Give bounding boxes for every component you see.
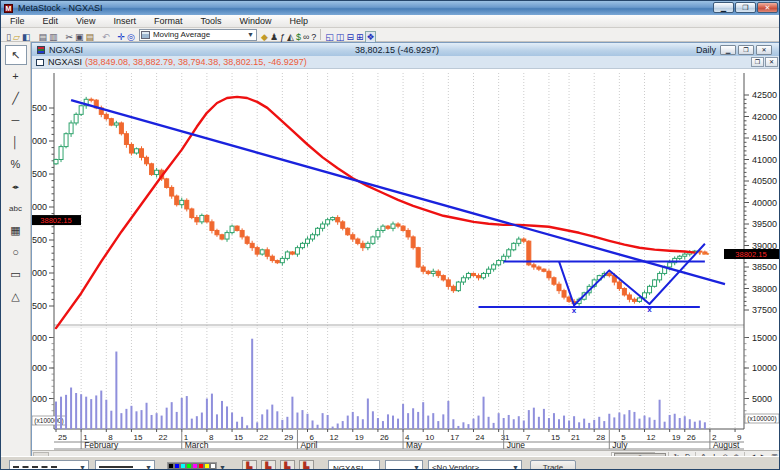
candle-body: [542, 269, 546, 271]
volume-bar: [412, 408, 414, 429]
menu-item-insert[interactable]: Insert: [104, 16, 145, 26]
right-axis-label: 39000: [752, 241, 777, 251]
volume-bar: [508, 415, 510, 429]
menu-item-help[interactable]: Help: [280, 16, 317, 26]
color-palette[interactable]: [167, 462, 217, 470]
undo-icon[interactable]: ↶: [102, 32, 110, 42]
vendor-combo[interactable]: <No Vendor> ▼: [428, 460, 522, 470]
color-swatch[interactable]: [210, 463, 216, 469]
volume-bar: [181, 398, 183, 429]
candle-body: [648, 286, 652, 292]
maximize-button[interactable]: ❐: [735, 2, 756, 13]
volume-bar: [171, 402, 173, 429]
title-bar[interactable]: M MetaStock - NGXASI ▁ ❐ ✕: [1, 1, 780, 15]
print-preview-icon[interactable]: ▥: [49, 32, 58, 42]
percent-retrace-tool[interactable]: %: [5, 155, 27, 175]
indicator-fx-icon[interactable]: ƒ: [280, 32, 285, 42]
point-figure-type-icon[interactable]: ▙: [299, 460, 314, 470]
right-axis-label: 38500: [752, 262, 777, 272]
grid-tool[interactable]: ▦: [5, 221, 27, 241]
expert-advisor-icon[interactable]: ♟: [270, 32, 278, 42]
legend-close-button[interactable]: ✕: [765, 57, 778, 67]
candle-chart-type-icon[interactable]: ▙: [261, 460, 276, 470]
arrange-special-icon[interactable]: ❖: [365, 31, 375, 43]
combo-dropdown-arrow[interactable]: ▼: [247, 31, 256, 38]
candle-body: [471, 273, 475, 275]
x-axis-date-label: 28: [596, 433, 605, 442]
line-style-combo[interactable]: ▼: [9, 460, 89, 470]
open-folder-icon[interactable]: ▱: [13, 32, 20, 42]
cut-icon[interactable]: ✂: [65, 32, 73, 42]
candle-body: [300, 243, 304, 247]
palette-dropdown-arrow[interactable]: ▼: [219, 464, 226, 470]
save-icon[interactable]: ◧: [22, 32, 31, 42]
pointer-move-icon[interactable]: ✛: [118, 32, 126, 42]
zoom-camera-icon[interactable]: ◎: [127, 32, 135, 42]
volume-bar: [472, 419, 474, 429]
trendline-tool[interactable]: ╱: [5, 89, 27, 109]
crosshair-tool[interactable]: +: [5, 67, 27, 87]
symbol-input[interactable]: [328, 460, 380, 470]
rectangle-tool[interactable]: ▭: [5, 265, 27, 285]
legend-restore-button[interactable]: ❐: [751, 57, 764, 67]
select-arrow-tool[interactable]: ↖: [5, 45, 27, 65]
tile-grid-icon[interactable]: ⊞: [356, 32, 364, 42]
volume-bar: [382, 421, 384, 429]
menu-item-window[interactable]: Window: [230, 16, 280, 26]
ink-jar-icon[interactable]: ◆: [261, 32, 268, 42]
chart-restore-button[interactable]: ❐: [738, 45, 754, 55]
volume-bar: [689, 419, 691, 429]
empty-combo[interactable]: ▼: [385, 460, 423, 470]
candle-body: [441, 276, 445, 280]
close-button[interactable]: ✕: [757, 2, 778, 13]
menu-item-view[interactable]: View: [67, 16, 104, 26]
ellipse-tool[interactable]: ○: [5, 243, 27, 263]
indicator-quicklist-combo[interactable]: Moving Average ▼: [139, 29, 257, 41]
new-document-icon[interactable]: ▯: [6, 32, 11, 42]
copy-icon[interactable]: ▣: [75, 32, 84, 42]
volume-bar: [201, 413, 203, 429]
tile-horizontal-icon[interactable]: ⊟: [346, 32, 354, 42]
print-icon[interactable]: ▤: [38, 32, 47, 42]
trade-button[interactable]: Trade: [530, 460, 576, 470]
line-width-combo[interactable]: ▼: [95, 460, 155, 470]
candle-body: [653, 280, 657, 286]
cascade-windows-icon[interactable]: ◱: [325, 32, 334, 42]
chart-plot-area[interactable]: 3750038000385003900039500400004050041000…: [32, 69, 780, 450]
menu-item-format[interactable]: Format: [145, 16, 192, 26]
volume-bar: [141, 410, 143, 429]
paste-icon[interactable]: ▤: [85, 32, 94, 42]
volume-bar: [407, 413, 409, 429]
text-tool[interactable]: abc: [5, 199, 27, 219]
triangle-tool[interactable]: △: [5, 287, 27, 307]
menu-item-edit[interactable]: Edit: [34, 16, 68, 26]
chart-child-window: NGXASI 38,802.15 (-46.9297) Daily ▁ ❐ ✕ …: [31, 42, 780, 456]
volume-bar: [191, 419, 193, 429]
menu-item-file[interactable]: File: [1, 16, 34, 26]
base-security-legend[interactable]: NGXASI (38,849.08, 38,882.79, 38,794.38,…: [32, 56, 780, 69]
candle-body: [617, 282, 621, 288]
candle-body: [562, 291, 566, 297]
candle-body: [477, 276, 481, 278]
x-axis-date-label: 29: [284, 433, 293, 442]
chart-window-security: NGXASI: [49, 45, 83, 55]
menu-item-tools[interactable]: Tools: [191, 16, 230, 26]
scroll-pair-tool[interactable]: ◂▸: [5, 177, 27, 197]
vertical-line-tool[interactable]: │: [5, 133, 27, 153]
line-chart-type-icon[interactable]: ▙: [280, 460, 295, 470]
binoculars-icon[interactable]: ∞: [303, 32, 309, 42]
horizontal-line-tool[interactable]: ─: [5, 111, 27, 131]
chart-window-titlebar[interactable]: NGXASI 38,802.15 (-46.9297) Daily ▁ ❐ ✕: [32, 43, 780, 56]
minimize-button[interactable]: ▁: [713, 2, 734, 13]
tile-vertical-icon[interactable]: ◫: [336, 32, 345, 42]
chart-minimize-button[interactable]: ▁: [720, 45, 736, 55]
candle-body: [637, 298, 641, 301]
chart-close-button[interactable]: ✕: [756, 45, 772, 55]
bar-chart-type-icon[interactable]: ▙: [242, 460, 257, 470]
volume-bar: [55, 402, 57, 429]
context-help-icon[interactable]: ?: [311, 32, 316, 42]
candle-body: [683, 254, 687, 256]
dollar-icon[interactable]: $: [296, 32, 301, 42]
volume-bar: [211, 394, 213, 429]
trend-chart-icon[interactable]: ◭: [287, 32, 294, 42]
